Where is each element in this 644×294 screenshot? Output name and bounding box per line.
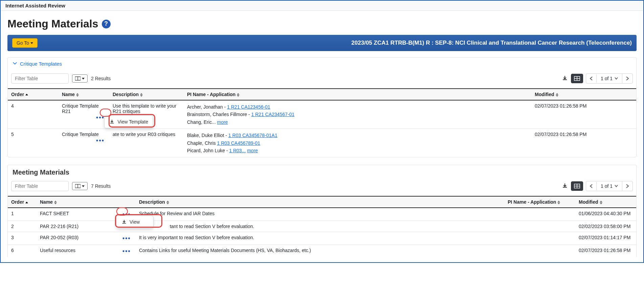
chevron-right-icon [626, 76, 629, 81]
cell-order: 4 [8, 100, 59, 129]
meeting-header: Go To 2023/05 ZCA1 RTRB-B(M1) R : SEP-8:… [7, 35, 637, 51]
col-pi[interactable]: PI Name - Application [184, 89, 531, 100]
caret-down-icon [30, 42, 33, 44]
table-row: 2 PAR 22-216 (R21) It is very important … [8, 221, 636, 232]
grid-view-button[interactable] [571, 74, 583, 83]
cell-modified: 01/06/2023 04:40:30 PM [575, 208, 636, 221]
caret-down-icon [615, 185, 618, 187]
chevron-left-icon [590, 76, 593, 81]
goto-dropdown[interactable]: Go To [12, 38, 38, 48]
materials-results-count: 7 Results [91, 183, 111, 189]
cell-modified: 02/07/2023 01:26:58 PM [531, 129, 636, 157]
pager-label[interactable]: 1 of 1 [597, 181, 622, 191]
more-link[interactable]: more [217, 119, 228, 125]
cell-modified: 02/07/2023 01:14:17 PM [575, 232, 636, 245]
col-order[interactable]: Order [8, 196, 37, 208]
column-toggle-button[interactable] [72, 74, 88, 83]
table-row: 3 PAR 20-052 (R03) ••• It is very import… [8, 232, 636, 245]
application-link[interactable]: 1 R03 CA456789-01 [217, 140, 260, 146]
col-name[interactable]: Name [37, 196, 136, 208]
pager-next-button[interactable] [622, 74, 632, 83]
pager-next-button[interactable] [622, 182, 632, 190]
cell-order: 5 [8, 129, 59, 157]
cell-order: 3 [8, 232, 37, 245]
download-icon [109, 119, 115, 125]
col-description[interactable]: Description [109, 89, 184, 100]
caret-down-icon [82, 78, 85, 80]
cell-name: Critique Template ••• [59, 129, 109, 157]
help-icon[interactable]: ? [102, 20, 111, 28]
critique-results-count: 2 Results [91, 76, 111, 81]
application-link[interactable]: 1 R03 CA345678-01A1 [228, 133, 277, 138]
cell-pi [504, 208, 575, 221]
critique-templates-toggle[interactable]: Critique Templates [8, 58, 636, 70]
critique-pager: 1 of 1 [586, 73, 633, 84]
cell-order: 6 [8, 245, 37, 258]
app-bar: Internet Assisted Review [1, 1, 643, 11]
critique-toolbar: 2 Results 1 of 1 [8, 70, 636, 88]
goto-label: Go To [17, 40, 29, 46]
pager-prev-button[interactable] [586, 74, 597, 83]
cell-name: FACT SHEET [37, 208, 118, 221]
cell-description: ate to write your R03 critiques [109, 129, 184, 157]
col-pi[interactable]: PI Name - Application [504, 196, 575, 208]
cell-name: Useful resources [37, 245, 118, 258]
materials-toolbar: 7 Results 1 of 1 [8, 178, 636, 196]
download-icon[interactable] [561, 183, 568, 190]
cell-order: 1 [8, 208, 37, 221]
col-description[interactable]: Description [136, 196, 504, 208]
cell-description: Contains Links for useful Meeting Materi… [136, 245, 504, 258]
materials-pager: 1 of 1 [586, 181, 633, 191]
page-heading: Meeting Materials [7, 18, 98, 30]
critique-templates-panel: Critique Templates 2 Results [7, 57, 637, 157]
critique-templates-title: Critique Templates [20, 61, 62, 67]
chevron-left-icon [590, 184, 593, 188]
cell-name: PAR 20-052 (R03) [37, 232, 118, 245]
table-row: 4 Critique Template R21 ••• View Templat… [8, 100, 636, 129]
page-title: Meeting Materials ? [7, 18, 637, 30]
cell-description: It is very important to read Section V b… [136, 221, 504, 232]
meeting-materials-panel: Meeting Materials 7 Results [7, 165, 637, 257]
col-modified[interactable]: Modified [575, 196, 636, 208]
row-actions-button[interactable]: ••• [121, 235, 132, 242]
materials-filter-input[interactable] [11, 181, 69, 191]
col-order[interactable]: Order [8, 89, 59, 100]
more-link[interactable]: more [247, 148, 258, 153]
cell-description: Schedule for Review and IAR Dates [136, 208, 504, 221]
meeting-materials-title: Meeting Materials [8, 165, 636, 178]
columns-icon [75, 184, 80, 188]
critique-filter-input[interactable] [11, 73, 69, 84]
col-name[interactable]: Name [59, 89, 109, 100]
row-actions-button[interactable]: ••• [121, 248, 132, 255]
col-modified[interactable]: Modified [531, 89, 636, 100]
pager-label[interactable]: 1 of 1 [597, 74, 622, 83]
download-icon[interactable] [561, 75, 568, 82]
cell-modified: 02/02/2023 03:58:00 PM [575, 221, 636, 232]
materials-table: Order Name Description PI Name - Applica… [8, 196, 636, 257]
grid-icon [574, 183, 580, 189]
application-link[interactable]: 1 R21 CA234567-01 [251, 112, 295, 117]
row-actions-button[interactable]: ••• [95, 137, 106, 144]
view-popup[interactable]: View [116, 216, 154, 228]
app-title: Internet Assisted Review [5, 3, 65, 8]
caret-down-icon [82, 185, 85, 187]
cell-pi: Blake, Duke Elliot - 1 R03 CA345678-01A1… [184, 129, 531, 157]
table-row: 6 Useful resources ••• Contains Links fo… [8, 245, 636, 258]
table-row: 5 Critique Template ••• ate to write you… [8, 129, 636, 157]
cell-modified: 02/07/2023 01:26:58 PM [575, 245, 636, 258]
grid-view-button[interactable] [571, 181, 583, 191]
application-link[interactable]: 1 R03... [229, 148, 246, 153]
cell-name: PAR 22-216 (R21) [37, 221, 118, 232]
cell-name: Critique Template R21 ••• View Template [59, 100, 109, 129]
meeting-title: 2023/05 ZCA1 RTRB-B(M1) R : SEP-8: NCI C… [351, 40, 632, 46]
chevron-down-icon [13, 61, 17, 67]
critique-table: Order Name Description PI Name - Applica… [8, 88, 636, 157]
download-icon [121, 219, 127, 225]
pager-prev-button[interactable] [586, 182, 597, 190]
application-link[interactable]: 1 R21 CA123456-01 [227, 104, 270, 110]
caret-down-icon [615, 77, 618, 80]
column-toggle-button[interactable] [72, 182, 88, 190]
columns-icon [75, 76, 80, 81]
cell-pi: Archer, Jonathan - 1 R21 CA123456-01 Bra… [184, 100, 531, 129]
view-template-popup[interactable]: View Template [104, 115, 153, 128]
